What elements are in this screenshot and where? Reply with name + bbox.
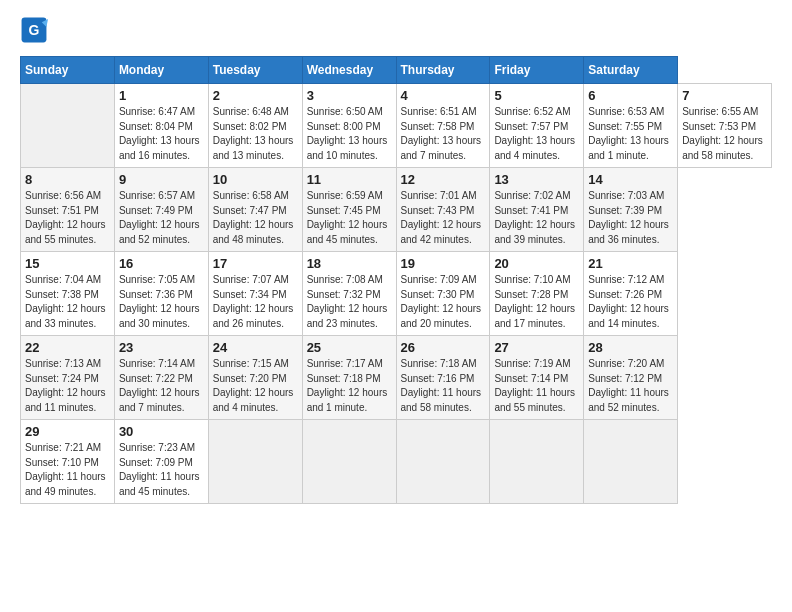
calendar-container: G SundayMondayTuesdayWednesdayThursdayFr… — [0, 0, 792, 514]
day-info: Sunrise: 7:18 AMSunset: 7:16 PMDaylight:… — [401, 357, 486, 415]
day-cell-9: 9Sunrise: 6:57 AMSunset: 7:49 PMDaylight… — [114, 168, 208, 252]
header: G — [20, 16, 772, 44]
day-number: 30 — [119, 424, 204, 439]
day-info: Sunrise: 6:58 AMSunset: 7:47 PMDaylight:… — [213, 189, 298, 247]
day-cell-7: 7Sunrise: 6:55 AMSunset: 7:53 PMDaylight… — [678, 84, 772, 168]
day-cell-24: 24Sunrise: 7:15 AMSunset: 7:20 PMDayligh… — [208, 336, 302, 420]
day-number: 15 — [25, 256, 110, 271]
col-header-thursday: Thursday — [396, 57, 490, 84]
day-number: 24 — [213, 340, 298, 355]
day-number: 13 — [494, 172, 579, 187]
day-cell-25: 25Sunrise: 7:17 AMSunset: 7:18 PMDayligh… — [302, 336, 396, 420]
day-number: 26 — [401, 340, 486, 355]
day-cell-10: 10Sunrise: 6:58 AMSunset: 7:47 PMDayligh… — [208, 168, 302, 252]
day-info: Sunrise: 7:17 AMSunset: 7:18 PMDaylight:… — [307, 357, 392, 415]
day-info: Sunrise: 7:19 AMSunset: 7:14 PMDaylight:… — [494, 357, 579, 415]
day-info: Sunrise: 6:52 AMSunset: 7:57 PMDaylight:… — [494, 105, 579, 163]
day-info: Sunrise: 7:20 AMSunset: 7:12 PMDaylight:… — [588, 357, 673, 415]
day-info: Sunrise: 6:57 AMSunset: 7:49 PMDaylight:… — [119, 189, 204, 247]
day-cell-4: 4Sunrise: 6:51 AMSunset: 7:58 PMDaylight… — [396, 84, 490, 168]
day-cell-29: 29Sunrise: 7:21 AMSunset: 7:10 PMDayligh… — [21, 420, 115, 504]
day-cell-2: 2Sunrise: 6:48 AMSunset: 8:02 PMDaylight… — [208, 84, 302, 168]
day-cell-13: 13Sunrise: 7:02 AMSunset: 7:41 PMDayligh… — [490, 168, 584, 252]
day-cell-5: 5Sunrise: 6:52 AMSunset: 7:57 PMDaylight… — [490, 84, 584, 168]
day-cell-15: 15Sunrise: 7:04 AMSunset: 7:38 PMDayligh… — [21, 252, 115, 336]
day-info: Sunrise: 6:55 AMSunset: 7:53 PMDaylight:… — [682, 105, 767, 163]
day-cell-21: 21Sunrise: 7:12 AMSunset: 7:26 PMDayligh… — [584, 252, 678, 336]
day-info: Sunrise: 6:53 AMSunset: 7:55 PMDaylight:… — [588, 105, 673, 163]
day-cell-16: 16Sunrise: 7:05 AMSunset: 7:36 PMDayligh… — [114, 252, 208, 336]
empty-cell — [396, 420, 490, 504]
day-cell-8: 8Sunrise: 6:56 AMSunset: 7:51 PMDaylight… — [21, 168, 115, 252]
day-info: Sunrise: 7:07 AMSunset: 7:34 PMDaylight:… — [213, 273, 298, 331]
day-cell-6: 6Sunrise: 6:53 AMSunset: 7:55 PMDaylight… — [584, 84, 678, 168]
day-info: Sunrise: 7:01 AMSunset: 7:43 PMDaylight:… — [401, 189, 486, 247]
col-header-sunday: Sunday — [21, 57, 115, 84]
day-number: 7 — [682, 88, 767, 103]
day-info: Sunrise: 6:59 AMSunset: 7:45 PMDaylight:… — [307, 189, 392, 247]
day-info: Sunrise: 7:15 AMSunset: 7:20 PMDaylight:… — [213, 357, 298, 415]
day-number: 8 — [25, 172, 110, 187]
day-info: Sunrise: 7:12 AMSunset: 7:26 PMDaylight:… — [588, 273, 673, 331]
day-number: 21 — [588, 256, 673, 271]
day-cell-27: 27Sunrise: 7:19 AMSunset: 7:14 PMDayligh… — [490, 336, 584, 420]
day-info: Sunrise: 6:50 AMSunset: 8:00 PMDaylight:… — [307, 105, 392, 163]
day-number: 22 — [25, 340, 110, 355]
day-info: Sunrise: 7:08 AMSunset: 7:32 PMDaylight:… — [307, 273, 392, 331]
day-info: Sunrise: 7:23 AMSunset: 7:09 PMDaylight:… — [119, 441, 204, 499]
logo: G — [20, 16, 52, 44]
day-number: 12 — [401, 172, 486, 187]
header-row: SundayMondayTuesdayWednesdayThursdayFrid… — [21, 57, 772, 84]
day-cell-12: 12Sunrise: 7:01 AMSunset: 7:43 PMDayligh… — [396, 168, 490, 252]
day-info: Sunrise: 7:10 AMSunset: 7:28 PMDaylight:… — [494, 273, 579, 331]
empty-cell — [584, 420, 678, 504]
week-row-2: 8Sunrise: 6:56 AMSunset: 7:51 PMDaylight… — [21, 168, 772, 252]
week-row-5: 29Sunrise: 7:21 AMSunset: 7:10 PMDayligh… — [21, 420, 772, 504]
day-cell-18: 18Sunrise: 7:08 AMSunset: 7:32 PMDayligh… — [302, 252, 396, 336]
day-number: 2 — [213, 88, 298, 103]
day-cell-11: 11Sunrise: 6:59 AMSunset: 7:45 PMDayligh… — [302, 168, 396, 252]
day-cell-17: 17Sunrise: 7:07 AMSunset: 7:34 PMDayligh… — [208, 252, 302, 336]
day-number: 1 — [119, 88, 204, 103]
day-number: 27 — [494, 340, 579, 355]
day-number: 18 — [307, 256, 392, 271]
day-cell-1: 1Sunrise: 6:47 AMSunset: 8:04 PMDaylight… — [114, 84, 208, 168]
day-cell-23: 23Sunrise: 7:14 AMSunset: 7:22 PMDayligh… — [114, 336, 208, 420]
day-info: Sunrise: 7:05 AMSunset: 7:36 PMDaylight:… — [119, 273, 204, 331]
day-cell-19: 19Sunrise: 7:09 AMSunset: 7:30 PMDayligh… — [396, 252, 490, 336]
day-number: 14 — [588, 172, 673, 187]
calendar-table: SundayMondayTuesdayWednesdayThursdayFrid… — [20, 56, 772, 504]
empty-cell — [302, 420, 396, 504]
day-number: 11 — [307, 172, 392, 187]
empty-cell — [21, 84, 115, 168]
day-number: 25 — [307, 340, 392, 355]
day-number: 3 — [307, 88, 392, 103]
week-row-1: 1Sunrise: 6:47 AMSunset: 8:04 PMDaylight… — [21, 84, 772, 168]
day-info: Sunrise: 7:03 AMSunset: 7:39 PMDaylight:… — [588, 189, 673, 247]
logo-icon: G — [20, 16, 48, 44]
day-number: 6 — [588, 88, 673, 103]
day-cell-22: 22Sunrise: 7:13 AMSunset: 7:24 PMDayligh… — [21, 336, 115, 420]
col-header-tuesday: Tuesday — [208, 57, 302, 84]
day-number: 19 — [401, 256, 486, 271]
day-number: 29 — [25, 424, 110, 439]
day-number: 23 — [119, 340, 204, 355]
day-info: Sunrise: 7:02 AMSunset: 7:41 PMDaylight:… — [494, 189, 579, 247]
day-number: 10 — [213, 172, 298, 187]
day-info: Sunrise: 6:56 AMSunset: 7:51 PMDaylight:… — [25, 189, 110, 247]
day-info: Sunrise: 7:13 AMSunset: 7:24 PMDaylight:… — [25, 357, 110, 415]
svg-text:G: G — [29, 22, 40, 38]
empty-cell — [490, 420, 584, 504]
col-header-friday: Friday — [490, 57, 584, 84]
day-cell-30: 30Sunrise: 7:23 AMSunset: 7:09 PMDayligh… — [114, 420, 208, 504]
day-number: 17 — [213, 256, 298, 271]
day-cell-14: 14Sunrise: 7:03 AMSunset: 7:39 PMDayligh… — [584, 168, 678, 252]
day-info: Sunrise: 7:04 AMSunset: 7:38 PMDaylight:… — [25, 273, 110, 331]
day-cell-20: 20Sunrise: 7:10 AMSunset: 7:28 PMDayligh… — [490, 252, 584, 336]
day-cell-3: 3Sunrise: 6:50 AMSunset: 8:00 PMDaylight… — [302, 84, 396, 168]
empty-cell — [208, 420, 302, 504]
day-cell-28: 28Sunrise: 7:20 AMSunset: 7:12 PMDayligh… — [584, 336, 678, 420]
week-row-4: 22Sunrise: 7:13 AMSunset: 7:24 PMDayligh… — [21, 336, 772, 420]
day-number: 5 — [494, 88, 579, 103]
day-number: 4 — [401, 88, 486, 103]
